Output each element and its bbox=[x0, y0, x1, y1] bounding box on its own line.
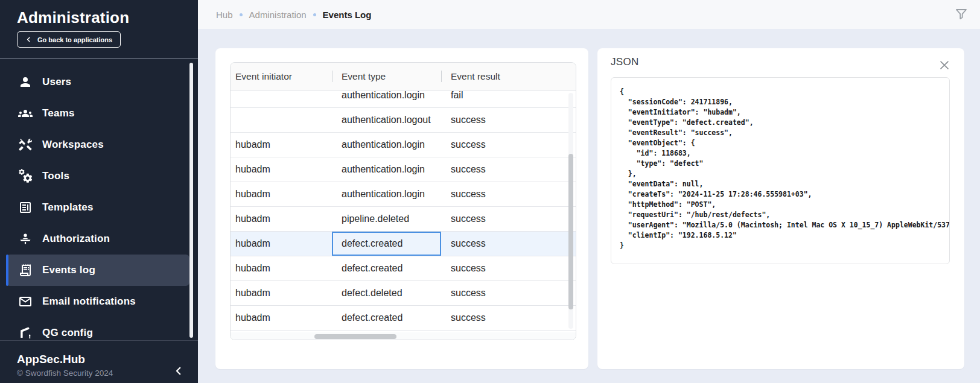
topbar: Hub Administration Events Log bbox=[198, 0, 980, 29]
cell-event-type[interactable]: authentication.logout bbox=[332, 108, 441, 132]
cell-event-result[interactable]: fail bbox=[441, 90, 576, 107]
sidebar-item-label: Users bbox=[42, 76, 71, 88]
column-header-event-type: Event type bbox=[332, 63, 441, 90]
cell-event-result[interactable]: success bbox=[441, 281, 576, 305]
back-button-label: Go back to applications bbox=[37, 36, 112, 43]
cell-event-type[interactable]: authentication.login bbox=[332, 182, 441, 206]
breadcrumb-administration-link[interactable]: Administration bbox=[249, 10, 307, 20]
cell-event-type[interactable]: authentication.login bbox=[332, 157, 441, 182]
breadcrumb-separator-dot bbox=[313, 13, 316, 16]
sidebar-item-label: Teams bbox=[42, 107, 75, 119]
cell-event-initiator[interactable]: hubadm bbox=[231, 182, 332, 206]
cell-event-result[interactable]: success bbox=[441, 108, 576, 132]
table-row-selected[interactable]: hubadm defect.created success bbox=[231, 232, 576, 256]
table-horizontal-scrollbar[interactable] bbox=[314, 334, 396, 339]
cell-event-type[interactable]: defect.created bbox=[332, 256, 441, 280]
column-header-event-initiator: Event initiator bbox=[231, 63, 332, 90]
email-icon bbox=[18, 294, 33, 309]
table-row[interactable]: hubadm defect.created success bbox=[231, 256, 576, 281]
table-row[interactable]: authentication.login fail bbox=[231, 90, 576, 108]
breadcrumb-hub-link[interactable]: Hub bbox=[216, 10, 233, 20]
table-footer bbox=[231, 332, 576, 340]
sidebar-item-label: Workspaces bbox=[42, 139, 104, 151]
column-header-event-result: Event result bbox=[441, 63, 576, 90]
cell-event-result[interactable]: success bbox=[441, 182, 576, 206]
cell-event-result[interactable]: success bbox=[441, 133, 576, 157]
breadcrumb-separator-dot bbox=[240, 13, 243, 16]
sidebar-item-events-log[interactable]: Events log bbox=[6, 255, 189, 286]
json-panel-title: JSON bbox=[611, 56, 639, 68]
sidebar-item-users[interactable]: Users bbox=[6, 66, 189, 98]
collapse-sidebar-button[interactable] bbox=[173, 366, 185, 378]
breadcrumb-current-page: Events Log bbox=[323, 10, 372, 20]
cell-event-initiator[interactable] bbox=[231, 90, 332, 107]
table-row[interactable]: authentication.logout success bbox=[231, 108, 576, 133]
cell-event-initiator[interactable] bbox=[231, 108, 332, 132]
cell-event-result[interactable]: success bbox=[441, 306, 576, 330]
cell-event-type[interactable]: defect.created bbox=[332, 306, 441, 330]
cell-event-type[interactable]: authentication.login bbox=[332, 133, 441, 157]
cell-event-type[interactable]: pipeline.deleted bbox=[332, 207, 441, 231]
cell-event-result[interactable]: success bbox=[441, 256, 576, 280]
cell-event-initiator[interactable]: hubadm bbox=[231, 281, 332, 305]
cell-event-initiator[interactable]: hubadm bbox=[231, 133, 332, 157]
table-row[interactable]: hubadm authentication.login success bbox=[231, 157, 576, 182]
sidebar-menu: Users Teams Workspaces bbox=[6, 66, 189, 349]
chevron-left-icon bbox=[173, 369, 184, 378]
filter-button[interactable] bbox=[953, 7, 969, 22]
go-back-to-applications-button[interactable]: Go back to applications bbox=[17, 31, 121, 48]
table-row[interactable]: hubadm authentication.login success bbox=[231, 182, 576, 207]
sidebar-item-tools[interactable]: Tools bbox=[6, 160, 189, 192]
table-row[interactable]: hubadm authentication.login success bbox=[231, 133, 576, 157]
close-json-panel-button[interactable] bbox=[938, 59, 951, 72]
table-header-row: Event initiator Event type Event result bbox=[231, 63, 576, 90]
copyright-text: © Swordfish Security 2024 bbox=[17, 369, 113, 378]
cell-event-result[interactable]: success bbox=[441, 207, 576, 231]
cell-event-initiator[interactable]: hubadm bbox=[231, 207, 332, 231]
sidebar-scrollbar[interactable] bbox=[189, 63, 193, 338]
templates-icon bbox=[18, 200, 33, 215]
funnel-icon bbox=[954, 14, 969, 23]
cell-event-type[interactable]: defect.deleted bbox=[332, 281, 441, 305]
chevron-left-icon bbox=[25, 36, 32, 43]
json-code-box: { "sessionCode": 241711896, "eventInitia… bbox=[611, 77, 950, 264]
json-code: { "sessionCode": 241711896, "eventInitia… bbox=[611, 78, 949, 251]
workspaces-icon bbox=[18, 138, 33, 152]
selected-cell-event-type[interactable]: defect.created bbox=[332, 232, 441, 256]
table-row[interactable]: hubadm defect.created success bbox=[231, 306, 576, 331]
sidebar-footer-divider bbox=[0, 340, 198, 341]
cell-event-initiator[interactable]: hubadm bbox=[231, 256, 332, 280]
sidebar-item-teams[interactable]: Teams bbox=[6, 98, 189, 129]
cell-event-initiator[interactable]: hubadm bbox=[231, 306, 332, 330]
sidebar-item-qg-config[interactable]: QG config bbox=[6, 317, 189, 349]
user-icon bbox=[18, 75, 33, 89]
json-panel: JSON { "sessionCode": 241711896, "eventI… bbox=[597, 48, 964, 369]
cell-event-result[interactable]: success bbox=[441, 232, 576, 256]
sidebar-item-templates[interactable]: Templates bbox=[6, 192, 189, 223]
brand-logo: AppSec.Hub bbox=[17, 353, 85, 366]
authorization-icon bbox=[18, 232, 33, 246]
cell-event-initiator[interactable]: hubadm bbox=[231, 232, 332, 256]
tools-icon bbox=[18, 169, 33, 183]
sidebar-item-label: Authorization bbox=[42, 233, 110, 245]
breadcrumb: Hub Administration Events Log bbox=[216, 0, 371, 29]
sidebar-item-email-notifications[interactable]: Email notifications bbox=[6, 286, 189, 317]
teams-icon bbox=[18, 106, 33, 121]
table-vertical-scrollbar[interactable] bbox=[568, 154, 573, 309]
cell-event-type[interactable]: authentication.login bbox=[332, 90, 441, 107]
sidebar-item-workspaces[interactable]: Workspaces bbox=[6, 129, 189, 160]
table-row[interactable]: hubadm pipeline.deleted success bbox=[231, 207, 576, 232]
cell-event-result[interactable]: success bbox=[441, 157, 576, 182]
table-row[interactable]: hubadm defect.deleted success bbox=[231, 281, 576, 306]
sidebar-divider bbox=[0, 59, 198, 59]
events-table-card: Event initiator Event type Event result … bbox=[215, 48, 588, 369]
cell-event-initiator[interactable]: hubadm bbox=[231, 157, 332, 182]
sidebar: Administration Go back to applications U… bbox=[0, 0, 198, 383]
close-icon bbox=[938, 65, 951, 74]
table-body: authentication.login fail authentication… bbox=[231, 90, 576, 332]
sidebar-title: Administration bbox=[17, 8, 129, 27]
qg-config-icon bbox=[18, 326, 33, 340]
sidebar-item-authorization[interactable]: Authorization bbox=[6, 223, 189, 255]
sidebar-item-label: Email notifications bbox=[42, 296, 136, 308]
sidebar-item-label: Templates bbox=[42, 201, 94, 214]
